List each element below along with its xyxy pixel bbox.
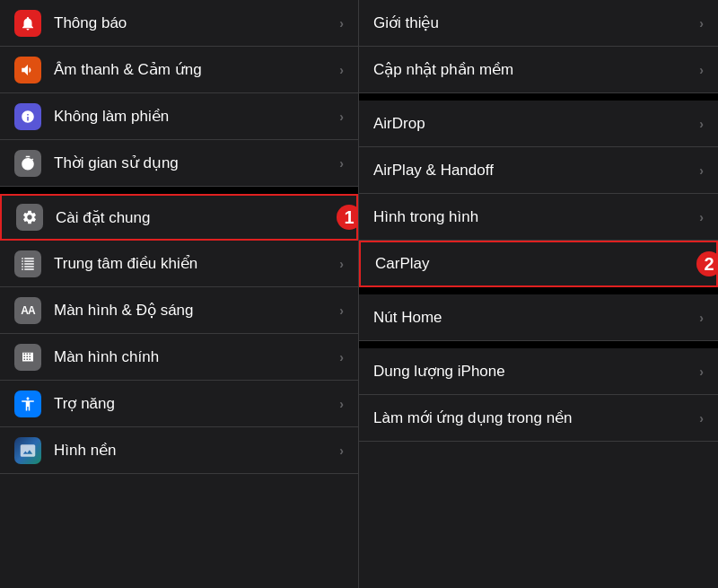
sidebar-item-accessibility[interactable]: Trợ năng › <box>0 381 358 427</box>
donotdisturb-icon <box>14 103 41 130</box>
wallpaper-icon <box>14 437 41 464</box>
softwareupdate-chevron: › <box>699 63 704 77</box>
right-item-airplay[interactable]: AirPlay & Handoff › <box>359 147 718 194</box>
right-settings-list: Giới thiệu › Cập nhật phần mềm › AirDrop… <box>359 0 718 588</box>
general-label: Cài đặt chung <box>56 208 337 227</box>
right-separator-3 <box>359 341 718 348</box>
right-item-about[interactable]: Giới thiệu › <box>359 0 718 47</box>
donotdisturb-label: Không làm phiền <box>54 107 339 126</box>
display-label: Màn hình & Độ sáng <box>54 301 339 320</box>
about-label: Giới thiệu <box>373 13 699 32</box>
notifications-chevron: › <box>339 16 344 31</box>
notifications-label: Thông báo <box>54 14 339 32</box>
airdrop-chevron: › <box>699 117 704 131</box>
sidebar-item-sound[interactable]: Âm thanh & Cảm ứng › <box>0 47 358 93</box>
screentime-chevron: › <box>339 156 344 171</box>
controlcenter-icon <box>14 250 41 277</box>
controlcenter-chevron: › <box>339 257 344 271</box>
right-item-softwareupdate[interactable]: Cập nhật phần mềm › <box>359 47 718 93</box>
annotation-badge-1: 1 <box>337 205 358 230</box>
sound-chevron: › <box>339 63 344 77</box>
homebutton-label: Nút Home <box>373 309 699 327</box>
pictureinpicture-chevron: › <box>699 210 704 224</box>
notifications-icon <box>14 10 41 37</box>
sidebar-item-notifications[interactable]: Thông báo › <box>0 0 358 47</box>
right-item-pictureinpicture[interactable]: Hình trong hình › <box>359 194 718 241</box>
right-panel: Giới thiệu › Cập nhật phần mềm › AirDrop… <box>359 0 718 588</box>
homescreen-icon <box>14 344 41 371</box>
annotation-badge-2: 2 <box>696 251 718 276</box>
sound-label: Âm thanh & Cảm ứng <box>54 60 339 79</box>
separator-1 <box>0 187 358 194</box>
bgrefresh-label: Làm mới ứng dụng trong nền <box>373 408 699 427</box>
right-separator-1 <box>359 93 718 101</box>
wallpaper-label: Hình nền <box>54 441 339 460</box>
sound-icon <box>14 57 41 83</box>
airdrop-label: AirDrop <box>373 115 699 133</box>
carplay-label: CarPlay <box>375 255 697 273</box>
homescreen-chevron: › <box>339 350 344 364</box>
homescreen-label: Màn hình chính <box>54 348 339 366</box>
right-item-carplay[interactable]: CarPlay › 2 <box>359 241 718 287</box>
storage-chevron: › <box>699 364 704 379</box>
sidebar-item-wallpaper[interactable]: Hình nền › <box>0 427 358 474</box>
left-settings-list: Thông báo › Âm thanh & Cảm ứng › Không l… <box>0 0 358 588</box>
pictureinpicture-label: Hình trong hình <box>373 208 699 226</box>
right-item-homebutton[interactable]: Nút Home › <box>359 294 718 341</box>
sidebar-item-screentime[interactable]: Thời gian sử dụng › <box>0 140 358 187</box>
left-panel: Thông báo › Âm thanh & Cảm ứng › Không l… <box>0 0 359 588</box>
airplay-chevron: › <box>699 163 704 178</box>
screentime-icon <box>14 150 41 177</box>
softwareupdate-label: Cập nhật phần mềm <box>373 60 699 79</box>
screentime-label: Thời gian sử dụng <box>54 154 339 172</box>
right-item-bgrefresh[interactable]: Làm mới ứng dụng trong nền › <box>359 395 718 442</box>
airplay-label: AirPlay & Handoff <box>373 162 699 180</box>
wallpaper-chevron: › <box>339 443 344 458</box>
accessibility-icon <box>14 391 41 417</box>
controlcenter-label: Trung tâm điều khiển <box>54 254 339 273</box>
sidebar-item-donotdisturb[interactable]: Không làm phiền › <box>0 93 358 140</box>
bgrefresh-chevron: › <box>699 411 704 426</box>
sidebar-item-controlcenter[interactable]: Trung tâm điều khiển › <box>0 241 358 287</box>
right-item-airdrop[interactable]: AirDrop › <box>359 101 718 147</box>
accessibility-chevron: › <box>339 397 344 411</box>
sidebar-item-general[interactable]: Cài đặt chung › 1 <box>0 194 358 241</box>
accessibility-label: Trợ năng <box>54 394 339 413</box>
general-icon <box>16 204 43 231</box>
sidebar-item-homescreen[interactable]: Màn hình chính › <box>0 334 358 381</box>
right-separator-2 <box>359 287 718 294</box>
donotdisturb-chevron: › <box>339 110 344 124</box>
right-item-storage[interactable]: Dung lượng iPhone › <box>359 348 718 395</box>
sidebar-item-display[interactable]: AA Màn hình & Độ sáng › <box>0 287 358 334</box>
storage-label: Dung lượng iPhone <box>373 362 699 381</box>
homebutton-chevron: › <box>699 311 704 325</box>
about-chevron: › <box>699 16 704 31</box>
display-chevron: › <box>339 303 344 318</box>
display-icon: AA <box>14 297 41 324</box>
